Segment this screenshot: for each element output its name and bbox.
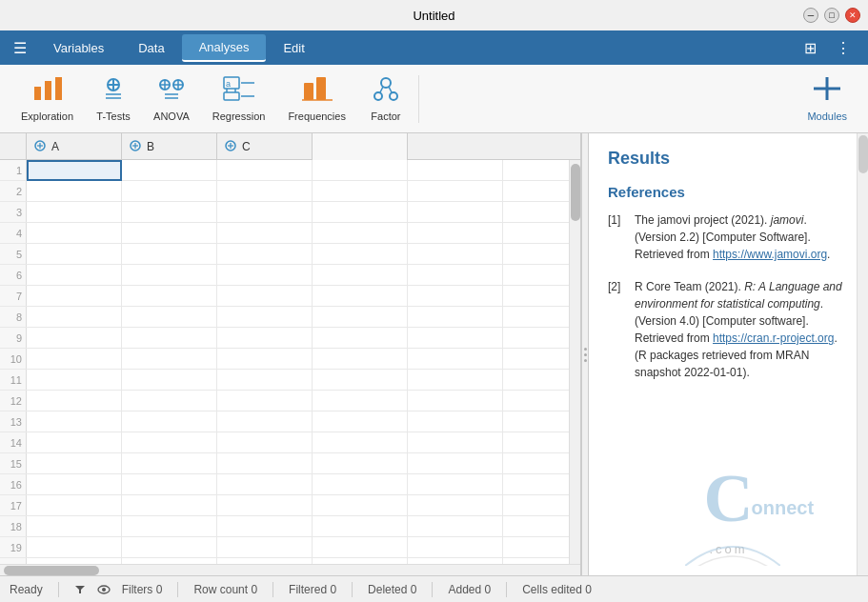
grid-cell[interactable] xyxy=(313,265,408,286)
grid-cell[interactable] xyxy=(313,286,408,307)
grid-cell[interactable] xyxy=(313,160,408,181)
grid-cell[interactable] xyxy=(27,244,122,265)
ref-1-link[interactable]: https://www.jamovi.org xyxy=(713,248,827,261)
toolbar-modules[interactable]: Modules xyxy=(796,71,858,126)
grid-cell[interactable] xyxy=(217,181,313,202)
grid-cell[interactable] xyxy=(27,307,122,328)
tab-edit[interactable]: Edit xyxy=(266,35,321,61)
status-filter-icon[interactable] xyxy=(74,584,86,595)
grid-cell[interactable] xyxy=(217,328,313,349)
grid-cell[interactable] xyxy=(122,265,217,286)
grid-cell[interactable] xyxy=(122,495,217,516)
grid-cell[interactable] xyxy=(27,495,122,516)
toolbar-exploration[interactable]: Exploration xyxy=(10,71,85,126)
scrollbar-thumb[interactable] xyxy=(571,164,580,221)
grid-cell[interactable] xyxy=(27,432,122,453)
grid-cell[interactable] xyxy=(408,432,503,453)
grid-cell[interactable] xyxy=(217,223,313,244)
toolbar-ttests[interactable]: T-Tests xyxy=(85,71,142,126)
grid-cell[interactable] xyxy=(408,202,503,223)
grid-cell[interactable] xyxy=(122,307,217,328)
toolbar-anova[interactable]: ANOVA xyxy=(142,71,201,126)
grid-cell[interactable] xyxy=(313,244,408,265)
grid-cell[interactable] xyxy=(313,474,408,495)
grid-cell[interactable] xyxy=(408,244,503,265)
maximize-button[interactable]: □ xyxy=(824,8,839,23)
grid-cell[interactable] xyxy=(217,286,313,307)
grid-cell[interactable] xyxy=(408,411,503,432)
grid-cell[interactable] xyxy=(217,474,313,495)
grid-cell[interactable] xyxy=(122,244,217,265)
grid-cell[interactable] xyxy=(408,474,503,495)
grid-cell[interactable] xyxy=(408,391,503,411)
minimize-button[interactable]: ─ xyxy=(803,8,818,23)
grid-cell[interactable] xyxy=(122,411,217,432)
grid-cell[interactable] xyxy=(122,474,217,495)
col-header-C[interactable]: C xyxy=(217,133,313,160)
grid-cell[interactable] xyxy=(313,537,408,558)
grid-cell[interactable] xyxy=(217,307,313,328)
tab-data[interactable]: Data xyxy=(121,35,181,61)
grid-cell[interactable] xyxy=(122,202,217,223)
grid-cell[interactable] xyxy=(313,223,408,244)
grid-cell[interactable] xyxy=(27,265,122,286)
grid-cell[interactable] xyxy=(217,391,313,411)
grid-cell[interactable] xyxy=(408,370,503,391)
grid-cell[interactable] xyxy=(27,286,122,307)
grid-cell[interactable] xyxy=(122,349,217,370)
grid-cell[interactable] xyxy=(313,370,408,391)
grid-cell[interactable] xyxy=(27,160,122,181)
grid-cell[interactable] xyxy=(122,432,217,453)
grid-cell[interactable] xyxy=(408,286,503,307)
grid-cell[interactable] xyxy=(122,453,217,474)
toolbar-factor[interactable]: Factor xyxy=(357,71,414,126)
grid-cell[interactable] xyxy=(27,411,122,432)
expand-icon[interactable]: ⊞ xyxy=(798,37,822,59)
grid-cell[interactable] xyxy=(313,349,408,370)
h-scrollbar-thumb[interactable] xyxy=(4,566,99,575)
panel-resize-handle[interactable] xyxy=(581,133,589,575)
col-header-A[interactable]: A xyxy=(27,133,122,160)
grid-cell[interactable] xyxy=(27,349,122,370)
grid-cell[interactable] xyxy=(217,160,313,181)
grid-cell[interactable] xyxy=(313,432,408,453)
grid-cell[interactable] xyxy=(217,453,313,474)
grid-cell[interactable] xyxy=(217,202,313,223)
grid-cell[interactable] xyxy=(408,453,503,474)
grid-cell[interactable] xyxy=(313,328,408,349)
grid-cell[interactable] xyxy=(408,349,503,370)
grid-cell[interactable] xyxy=(313,307,408,328)
grid-cell[interactable] xyxy=(122,181,217,202)
grid-cell[interactable] xyxy=(122,370,217,391)
grid-cell[interactable] xyxy=(217,370,313,391)
status-eye-icon[interactable] xyxy=(97,584,111,595)
grid-cell[interactable] xyxy=(408,516,503,537)
grid-cell[interactable] xyxy=(122,223,217,244)
grid-cell[interactable] xyxy=(313,181,408,202)
grid-cell[interactable] xyxy=(27,370,122,391)
grid-cell[interactable] xyxy=(217,411,313,432)
grid-cell[interactable] xyxy=(217,244,313,265)
toolbar-frequencies[interactable]: Frequencies xyxy=(276,71,357,126)
grid-cell[interactable] xyxy=(27,328,122,349)
grid-cell[interactable] xyxy=(313,453,408,474)
more-icon[interactable]: ⋮ xyxy=(830,37,857,59)
tab-variables[interactable]: Variables xyxy=(36,35,121,61)
grid-cell[interactable] xyxy=(313,411,408,432)
vertical-scrollbar[interactable] xyxy=(569,160,580,564)
grid-cell[interactable] xyxy=(27,474,122,495)
grid-cell[interactable] xyxy=(122,516,217,537)
grid-cell[interactable] xyxy=(27,537,122,558)
grid-cell[interactable] xyxy=(217,495,313,516)
grid-cell[interactable] xyxy=(313,202,408,223)
horizontal-scrollbar[interactable] xyxy=(0,564,580,575)
grid-cell[interactable] xyxy=(408,160,503,181)
toolbar-regression[interactable]: a Regression xyxy=(201,71,277,126)
grid-cell[interactable] xyxy=(408,181,503,202)
ref-2-link[interactable]: https://cran.r-project.org xyxy=(713,331,834,345)
grid-cell[interactable] xyxy=(313,391,408,411)
grid-cell[interactable] xyxy=(408,265,503,286)
results-scrollbar-thumb[interactable] xyxy=(858,135,868,173)
grid-cell[interactable] xyxy=(27,453,122,474)
grid-cell[interactable] xyxy=(313,516,408,537)
